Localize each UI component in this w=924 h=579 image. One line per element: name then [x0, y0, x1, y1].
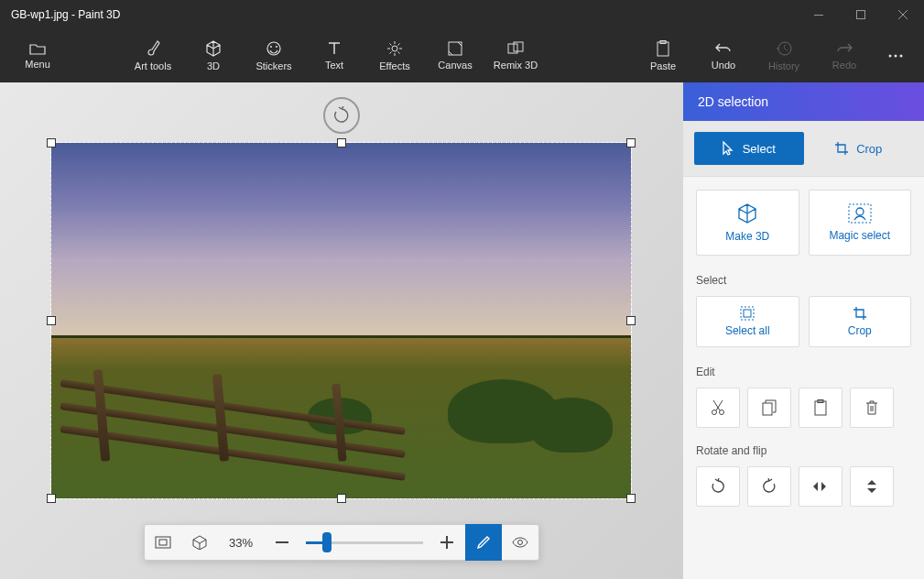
art-tools-button[interactable]: Art tools: [123, 29, 183, 82]
resize-handle-tl[interactable]: [47, 138, 56, 147]
folder-icon: [29, 42, 46, 55]
flip-h-icon: [812, 479, 829, 494]
rotate-right-icon: [761, 478, 777, 495]
flip-vertical-button[interactable]: [850, 466, 894, 507]
svg-rect-22: [744, 310, 751, 317]
trash-icon: [865, 399, 878, 416]
svg-point-14: [900, 55, 903, 58]
redo-icon: [836, 41, 853, 56]
undo-icon: [715, 41, 732, 56]
close-button[interactable]: [882, 0, 924, 29]
text-button[interactable]: Text: [304, 29, 364, 82]
resize-handle-r[interactable]: [626, 316, 636, 325]
panel-title: 2D selection: [683, 82, 924, 121]
selection-box[interactable]: [50, 142, 632, 499]
delete-button[interactable]: [850, 388, 894, 428]
resize-handle-br[interactable]: [626, 494, 636, 503]
crop-button[interactable]: Crop: [809, 296, 912, 347]
crop-icon: [834, 141, 849, 156]
rotate-handle[interactable]: [323, 97, 360, 134]
rotate-left-icon: [710, 478, 726, 495]
menu-button[interactable]: Menu: [7, 29, 68, 82]
svg-point-18: [518, 541, 523, 545]
svg-point-3: [270, 46, 272, 48]
paste-icon: [657, 40, 669, 57]
3d-button[interactable]: 3D: [183, 29, 244, 82]
svg-rect-17: [276, 541, 288, 543]
svg-point-13: [895, 55, 897, 58]
paste-button[interactable]: Paste: [633, 29, 693, 82]
flip-v-icon: [864, 478, 879, 495]
svg-point-4: [276, 46, 277, 48]
svg-rect-26: [815, 401, 826, 415]
section-edit-label: Edit: [696, 366, 911, 378]
cut-button[interactable]: [696, 388, 740, 428]
brush-icon: [146, 40, 160, 57]
titlebar: GB-wp1.jpg - Paint 3D: [0, 0, 924, 29]
svg-rect-0: [814, 15, 823, 16]
stickers-button[interactable]: Stickers: [244, 29, 304, 82]
view-3d-button[interactable]: [181, 524, 218, 561]
select-mode-button[interactable]: Select: [694, 132, 804, 165]
history-icon: [776, 40, 792, 57]
panel-body: Make 3D Magic select Select Select all C…: [683, 177, 924, 530]
resize-handle-tr[interactable]: [626, 138, 636, 147]
zoom-out-button[interactable]: [264, 524, 300, 561]
effects-icon: [386, 40, 403, 57]
zoom-in-button[interactable]: [429, 524, 465, 561]
select-all-icon: [740, 306, 755, 321]
flip-horizontal-button[interactable]: [799, 466, 842, 507]
view-mode-button[interactable]: [502, 524, 538, 561]
select-all-button[interactable]: Select all: [696, 296, 799, 347]
minimize-button[interactable]: [798, 0, 840, 29]
canvas-icon: [448, 41, 462, 56]
crop-mode-button[interactable]: Crop: [804, 132, 914, 165]
more-icon: [888, 54, 903, 58]
ribbon: Menu Art tools 3D Stickers Text Effects …: [0, 29, 924, 82]
resize-handle-bl[interactable]: [47, 494, 56, 503]
make-3d-button[interactable]: Make 3D: [696, 190, 799, 256]
redo-button[interactable]: Redo: [814, 29, 875, 82]
resize-handle-l[interactable]: [47, 316, 56, 325]
rotate-right-button[interactable]: [747, 466, 791, 507]
rotate-left-button[interactable]: [696, 466, 740, 507]
effects-button[interactable]: Effects: [364, 29, 425, 82]
sticker-icon: [266, 40, 282, 57]
svg-point-24: [720, 410, 724, 415]
window-controls: [798, 0, 924, 29]
minus-icon: [276, 541, 288, 543]
copy-button[interactable]: [747, 388, 791, 428]
history-button[interactable]: History: [754, 29, 814, 82]
paste-edit-button[interactable]: [799, 388, 842, 428]
svg-point-12: [889, 55, 892, 58]
zoom-slider[interactable]: [306, 541, 423, 544]
section-select-label: Select: [696, 274, 911, 287]
magic-select-button[interactable]: Magic select: [809, 190, 912, 256]
rotate-icon: [332, 106, 351, 125]
window-title: GB-wp1.jpg - Paint 3D: [11, 8, 798, 21]
magic-select-icon: [848, 203, 872, 224]
svg-point-23: [712, 410, 717, 415]
edit-mode-button[interactable]: [465, 524, 502, 561]
more-button[interactable]: [875, 29, 917, 82]
fit-icon: [155, 536, 171, 549]
svg-point-20: [856, 208, 864, 215]
pencil-icon: [477, 536, 490, 549]
paste-icon: [814, 399, 827, 416]
maximize-button[interactable]: [840, 0, 882, 29]
resize-handle-t[interactable]: [337, 138, 346, 147]
undo-button[interactable]: Undo: [693, 29, 754, 82]
fit-screen-button[interactable]: [145, 524, 181, 561]
cursor-icon: [723, 141, 735, 156]
plus-icon: [440, 536, 453, 549]
resize-handle-b[interactable]: [337, 494, 346, 503]
canvas-button[interactable]: Canvas: [425, 29, 485, 82]
svg-rect-1: [857, 11, 865, 19]
remix-3d-button[interactable]: Remix 3D: [485, 29, 546, 82]
canvas-area[interactable]: 33%: [0, 82, 683, 579]
copy-icon: [762, 399, 777, 416]
workspace: 33% 2D selection Select Crop: [0, 82, 924, 579]
svg-rect-9: [658, 42, 669, 56]
canvas-image: [51, 143, 631, 498]
svg-rect-25: [763, 403, 772, 415]
